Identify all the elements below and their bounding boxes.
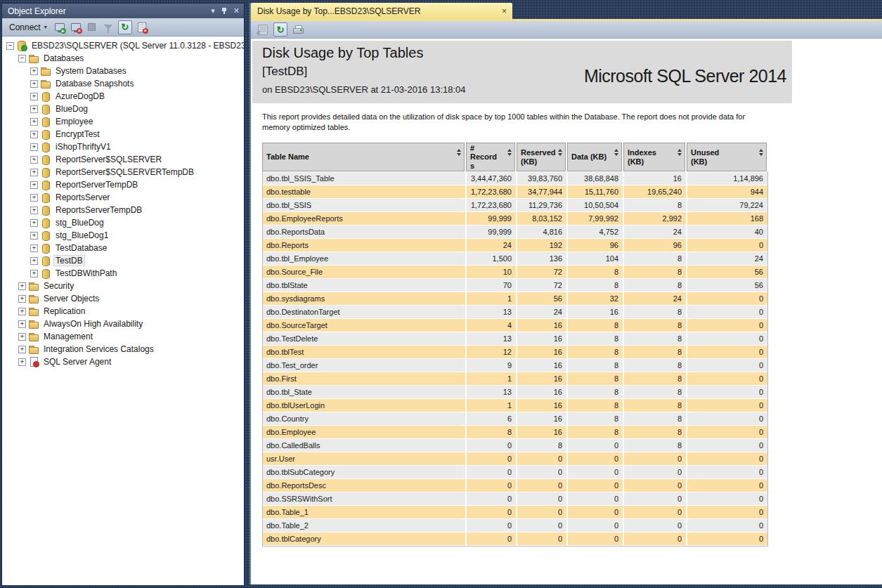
tree-item-testdatabase[interactable]: +TestDatabase <box>2 242 244 254</box>
tree-item-ishopthriftyv1[interactable]: +iShopThriftyV1 <box>2 141 244 153</box>
tree-item-label[interactable]: EBSD23\SQLSERVER (SQL Server 11.0.3128 -… <box>30 40 244 51</box>
tree-item-sql-server-agent[interactable]: +SQL Server Agent <box>2 355 244 368</box>
tree-item-label[interactable]: ReportsServer <box>53 192 112 203</box>
tree-item-label[interactable]: TestDBWithPath <box>53 268 119 279</box>
expand-icon[interactable]: + <box>18 308 26 315</box>
tree-item-label[interactable]: Employee <box>53 116 95 127</box>
tree-item-encrypttest[interactable]: +EncryptTest <box>2 128 244 141</box>
column-header-data-kb[interactable]: Data (KB) <box>567 143 622 171</box>
expand-icon[interactable]: + <box>30 270 38 277</box>
collapse-icon[interactable]: − <box>18 55 26 63</box>
expand-icon[interactable]: + <box>30 194 38 202</box>
tree-item-management[interactable]: +Management <box>2 330 244 343</box>
tree-item-replication[interactable]: +Replication <box>2 305 244 318</box>
tree-item-label[interactable]: Databases <box>41 53 86 64</box>
expand-icon[interactable]: + <box>18 295 26 303</box>
expand-icon[interactable]: + <box>30 257 38 265</box>
expand-icon[interactable]: + <box>30 67 38 75</box>
expand-icon[interactable]: + <box>30 105 38 113</box>
tree-item-label[interactable]: TestDB <box>53 255 85 266</box>
expand-icon[interactable]: + <box>18 320 26 328</box>
cell-value: 24 <box>517 306 566 319</box>
tree-item-label[interactable]: stg_BlueDog <box>53 217 106 228</box>
print-icon[interactable] <box>292 23 304 36</box>
tree-item-label[interactable]: Server Objects <box>41 293 101 304</box>
tab-disk-usage-report[interactable]: Disk Usage by Top...EBSD23\SQLSERVER × <box>251 3 512 19</box>
tree-item-system-databases[interactable]: +System Databases <box>2 65 244 77</box>
tree-item-alwayson-high-availability[interactable]: +AlwaysOn High Availability <box>2 318 244 330</box>
close-icon[interactable]: ✕ <box>233 7 240 15</box>
refresh-icon[interactable]: ↻ <box>273 22 287 37</box>
window-menu-icon[interactable]: ▾ <box>211 7 215 15</box>
tree-item-label[interactable]: System Databases <box>53 65 129 77</box>
tree-item-label[interactable]: ReportServer$SQLSERVER <box>53 154 164 165</box>
tree-item-ebsd23-sqlserver-sql-server-11-0-3128-ebsd23-ebsa[interactable]: −EBSD23\SQLSERVER (SQL Server 11.0.3128 … <box>2 39 244 52</box>
tree-item-label[interactable]: AzureDogDB <box>53 91 107 102</box>
tree-item-testdb[interactable]: +TestDB <box>2 254 244 267</box>
tree-item-label[interactable]: Integration Services Catalogs <box>41 344 156 355</box>
tree-item-azuredogdb[interactable]: +AzureDogDB <box>2 90 244 103</box>
tree-item-reportservertempdb[interactable]: +ReportServerTempDB <box>2 178 244 191</box>
tree-item-label[interactable]: stg_BlueDog1 <box>53 230 110 241</box>
expand-icon[interactable]: + <box>18 358 26 366</box>
tree-item-databases[interactable]: −Databases <box>2 52 244 65</box>
tree-item-label[interactable]: Management <box>41 331 95 342</box>
tree-item-reportserver-sqlserver[interactable]: +ReportServer$SQLSERVER <box>2 153 244 166</box>
tree-item-employee[interactable]: +Employee <box>2 115 244 128</box>
cell-value: 8 <box>517 439 566 452</box>
filter-icon[interactable] <box>102 21 115 34</box>
connect-database-icon[interactable]: ▸ <box>53 21 66 34</box>
expand-icon[interactable]: + <box>18 333 26 341</box>
tab-close-icon[interactable]: × <box>502 6 507 16</box>
tree-item-integration-services-catalogs[interactable]: +Integration Services Catalogs <box>2 343 244 355</box>
tree-item-server-objects[interactable]: +Server Objects <box>2 292 244 305</box>
expand-icon[interactable]: + <box>30 118 38 126</box>
tree-item-database-snapshots[interactable]: +Database Snapshots <box>2 77 244 90</box>
expand-icon[interactable]: + <box>30 244 38 252</box>
tree-item-bluedog[interactable]: +BlueDog <box>2 103 244 115</box>
expand-icon[interactable]: + <box>30 169 38 176</box>
refresh-icon[interactable]: ↻ <box>118 20 132 34</box>
tree-item-reportserver-sqlservertempdb[interactable]: +ReportServer$SQLSERVERTempDB <box>2 166 244 178</box>
column-header-unused-kb[interactable]: Unused (KB) <box>687 143 767 171</box>
tree-item-label[interactable]: Security <box>41 280 76 292</box>
column-header-records[interactable]: # Records <box>466 143 515 171</box>
expand-icon[interactable]: + <box>30 131 38 138</box>
tree-item-reportsserver[interactable]: +ReportsServer <box>2 191 244 204</box>
expand-icon[interactable]: + <box>30 80 38 88</box>
tree-item-label[interactable]: ReportServerTempDB <box>53 179 140 190</box>
tree-item-security[interactable]: +Security <box>2 280 244 292</box>
expand-icon[interactable]: + <box>30 143 38 151</box>
tree-item-testdbwithpath[interactable]: +TestDBWithPath <box>2 267 244 280</box>
tree-item-stg-bluedog1[interactable]: +stg_BlueDog1 <box>2 229 244 242</box>
document-error-icon[interactable]: × <box>136 21 148 34</box>
tree-item-label[interactable]: ReportsServerTempDB <box>53 204 144 216</box>
tree-item-label[interactable]: AlwaysOn High Availability <box>41 318 145 329</box>
tree-item-stg-bluedog[interactable]: +stg_BlueDog <box>2 216 244 229</box>
expand-icon[interactable]: + <box>30 232 38 240</box>
cell-value: 0 <box>517 492 566 506</box>
expand-icon[interactable]: + <box>30 207 38 214</box>
connect-button[interactable]: Connect ▾ <box>6 21 50 34</box>
auto-hide-pin-icon[interactable] <box>221 7 227 15</box>
column-header-table-name[interactable]: Table Name <box>262 143 465 171</box>
expand-icon[interactable]: + <box>30 93 38 100</box>
tree-item-reportsservertempdb[interactable]: +ReportsServerTempDB <box>2 204 244 216</box>
tree-item-label[interactable]: EncryptTest <box>53 129 102 140</box>
tree-item-label[interactable]: BlueDog <box>53 103 90 115</box>
tree-item-label[interactable]: SQL Server Agent <box>41 356 113 367</box>
tree-item-label[interactable]: Database Snapshots <box>53 78 136 89</box>
expand-icon[interactable]: + <box>18 346 26 353</box>
tree-item-label[interactable]: Replication <box>41 306 87 317</box>
column-header-indexes-kb[interactable]: Indexes (KB) <box>623 143 685 171</box>
column-header-reserved-kb[interactable]: Reserved (KB) <box>517 143 566 171</box>
disconnect-database-icon[interactable]: × <box>70 21 82 34</box>
expand-icon[interactable]: + <box>30 156 38 164</box>
tree-item-label[interactable]: TestDatabase <box>53 242 109 254</box>
tree-item-label[interactable]: ReportServer$SQLSERVERTempDB <box>53 166 196 178</box>
collapse-icon[interactable]: − <box>6 42 14 50</box>
expand-icon[interactable]: + <box>18 282 26 290</box>
tree-item-label[interactable]: iShopThriftyV1 <box>53 141 113 152</box>
expand-icon[interactable]: + <box>30 219 38 227</box>
expand-icon[interactable]: + <box>30 181 38 189</box>
